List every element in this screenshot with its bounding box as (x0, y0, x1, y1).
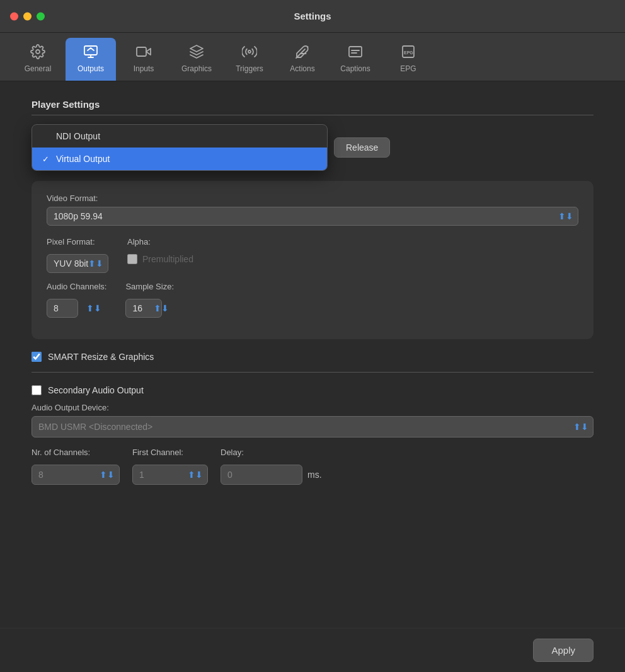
release-button[interactable]: Release (334, 137, 390, 158)
smart-resize-label: SMART Resize & Graphics (48, 352, 154, 362)
svg-rect-2 (137, 47, 146, 56)
toolbar: General Outputs Inputs Graphics Triggers… (0, 33, 625, 81)
dropdown-item-virtual[interactable]: ✓ Virtual Output (32, 148, 327, 170)
nr-channels-label: Nr. of Channels: (32, 448, 120, 457)
smart-resize-row: SMART Resize & Graphics (32, 352, 593, 373)
pixel-format-col: Pixel Format: YUV 8bit ⬆⬇ (47, 237, 108, 273)
svg-point-4 (248, 50, 251, 53)
nr-channels-select-wrapper[interactable]: 8 ⬆⬇ (32, 465, 120, 485)
main-content: Player Settings NDI Output ✓ Virtual Out… (0, 81, 625, 628)
tab-graphics-label: Graphics (181, 64, 212, 73)
smart-resize-checkbox[interactable] (32, 352, 42, 362)
output-row: NDI Output ✓ Virtual Output Release (32, 124, 593, 171)
audio-device-select[interactable]: BMD USMR <Disconnected> (32, 416, 593, 437)
close-button[interactable] (10, 12, 18, 20)
tab-general[interactable]: General (13, 38, 63, 81)
secondary-audio-row: Secondary Audio Output (32, 385, 593, 395)
output-dropdown-menu[interactable]: NDI Output ✓ Virtual Output (32, 124, 328, 171)
secondary-audio-checkbox[interactable] (32, 385, 42, 395)
pixel-format-select[interactable]: YUV 8bit (47, 254, 108, 273)
video-format-label: Video Format: (47, 194, 578, 203)
monitor-arrow-icon (82, 43, 100, 61)
captions-icon (347, 43, 364, 61)
tab-outputs-label: Outputs (77, 64, 104, 73)
delay-label: Delay: (221, 448, 593, 457)
layers-icon (188, 43, 205, 61)
dropdown-item-ndi[interactable]: NDI Output (32, 125, 327, 148)
secondary-audio-label: Secondary Audio Output (48, 385, 144, 395)
alpha-label: Alpha: (127, 237, 193, 246)
delay-col: Delay: ms. (221, 448, 593, 485)
first-channel-select-wrapper[interactable]: 1 ⬆⬇ (132, 465, 208, 485)
gear-icon (29, 43, 47, 61)
sample-size-select[interactable]: 16 (125, 299, 162, 318)
first-channel-label: First Channel: (132, 448, 208, 457)
audio-channels-select-wrapper[interactable]: 8 ⬆⬇ (47, 299, 106, 318)
titlebar: Settings (0, 0, 625, 33)
paintbrush-icon (294, 43, 311, 61)
sample-size-label: Sample Size: (125, 282, 174, 291)
tab-triggers-label: Triggers (236, 64, 263, 73)
antenna-icon (241, 43, 258, 61)
first-channel-col: First Channel: 1 ⬆⬇ (132, 448, 208, 485)
traffic-lights (10, 12, 45, 20)
bottom-bar: Apply (0, 628, 625, 672)
tab-inputs[interactable]: Inputs (118, 38, 169, 81)
output-dropdown-container: NDI Output ✓ Virtual Output (32, 124, 328, 171)
section-title: Player Settings (32, 99, 593, 115)
dropdown-item-ndi-label: NDI Output (56, 131, 100, 141)
tab-inputs-label: Inputs (134, 64, 154, 73)
pixel-alpha-row: Pixel Format: YUV 8bit ⬆⬇ Alpha: Premult… (47, 237, 578, 273)
nr-channels-col: Nr. of Channels: 8 ⬆⬇ (32, 448, 120, 485)
delay-input-row: ms. (221, 465, 593, 485)
video-format-select-wrapper[interactable]: 1080p 59.94 ⬆⬇ (47, 207, 578, 226)
sample-size-select-wrapper[interactable]: 16 ⬆⬇ (125, 299, 174, 318)
dropdown-item-virtual-label: Virtual Output (56, 154, 110, 164)
virtual-checkmark: ✓ (42, 154, 51, 164)
tab-captions-label: Captions (340, 64, 370, 73)
ndi-checkmark (42, 132, 51, 141)
svg-marker-3 (190, 45, 203, 52)
audio-channels-arrow: ⬆⬇ (86, 303, 101, 313)
audio-device-select-wrapper[interactable]: BMD USMR <Disconnected> ⬆⬇ (32, 416, 593, 437)
video-format-select[interactable]: 1080p 59.94 (47, 207, 578, 226)
audio-sample-row: Audio Channels: 8 ⬆⬇ Sample Size: 16 ⬆⬇ (47, 282, 578, 318)
sample-size-col: Sample Size: 16 ⬆⬇ (125, 282, 174, 318)
alpha-checkbox-row: Premultiplied (127, 254, 193, 264)
camera-icon (135, 43, 152, 61)
tab-general-label: General (25, 64, 52, 73)
alpha-checkbox-label: Premultiplied (142, 254, 193, 264)
audio-device-label: Audio Output Device: (32, 403, 593, 412)
svg-point-0 (36, 50, 40, 54)
tab-outputs[interactable]: Outputs (66, 38, 116, 81)
tab-actions-label: Actions (290, 64, 314, 73)
maximize-button[interactable] (37, 12, 45, 20)
delay-input[interactable] (221, 465, 302, 485)
alpha-col: Alpha: Premultiplied (127, 237, 193, 273)
channel-delay-row: Nr. of Channels: 8 ⬆⬇ First Channel: 1 ⬆… (32, 448, 593, 485)
nr-channels-select[interactable]: 8 (32, 465, 120, 485)
ms-label: ms. (307, 470, 322, 480)
pixel-format-label: Pixel Format: (47, 237, 108, 246)
tab-epg-label: EPG (400, 64, 416, 73)
window-title: Settings (294, 11, 331, 21)
epg-icon: EPG (399, 43, 417, 61)
tab-actions[interactable]: Actions (277, 38, 328, 81)
tab-triggers[interactable]: Triggers (224, 38, 275, 81)
tab-epg[interactable]: EPG EPG (383, 38, 433, 81)
svg-text:EPG: EPG (404, 50, 413, 55)
video-format-row: Video Format: 1080p 59.94 ⬆⬇ (47, 194, 578, 226)
svg-rect-7 (349, 47, 362, 57)
tab-captions[interactable]: Captions (330, 38, 381, 81)
tab-graphics[interactable]: Graphics (171, 38, 222, 81)
audio-channels-label: Audio Channels: (47, 282, 106, 291)
audio-channels-col: Audio Channels: 8 ⬆⬇ (47, 282, 106, 318)
apply-button[interactable]: Apply (533, 639, 593, 662)
pixel-format-select-wrapper[interactable]: YUV 8bit ⬆⬇ (47, 254, 108, 273)
audio-channels-select[interactable]: 8 (47, 299, 78, 318)
svg-rect-1 (84, 46, 97, 55)
minimize-button[interactable] (23, 12, 32, 20)
first-channel-select[interactable]: 1 (132, 465, 208, 485)
settings-panel: Video Format: 1080p 59.94 ⬆⬇ Pixel Forma… (32, 181, 593, 339)
alpha-checkbox[interactable] (127, 254, 137, 264)
